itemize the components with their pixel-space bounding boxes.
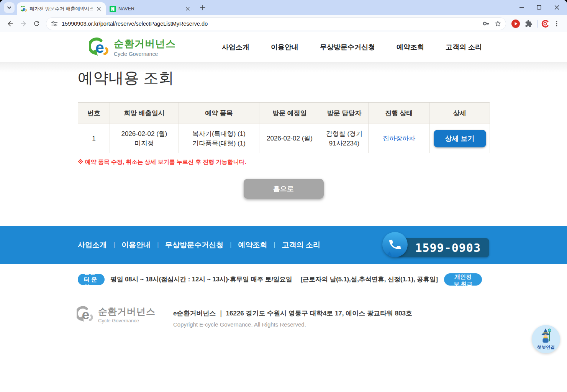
- callcenter-phone: 1599-0903: [380, 231, 489, 260]
- chatbot-label: 챗봇연결: [537, 345, 555, 350]
- footer-link-reservation-lookup[interactable]: 예약조회: [238, 240, 267, 250]
- password-manager-button[interactable]: [480, 18, 492, 29]
- footer-link-usage-guide[interactable]: 이용안내: [121, 240, 151, 250]
- footer-link-separator: |: [230, 242, 231, 248]
- bookmark-button[interactable]: [492, 18, 503, 29]
- row-detail: 상세 보기: [430, 124, 490, 153]
- footer-link-band: 사업소개 | 이용안내 | 무상방문수거신청 | 예약조회 | 고객의 소리 1…: [0, 226, 567, 264]
- detail-view-button[interactable]: 상세 보기: [434, 130, 486, 147]
- status-badge: 집하장하차: [383, 134, 415, 143]
- nav-business-intro[interactable]: 사업소개: [222, 42, 249, 52]
- three-dot-menu-icon: [553, 20, 560, 27]
- row-status: 집하장하차: [369, 124, 430, 153]
- row-items: 복사기(특대형) (1) 기타품목(대형) (1): [179, 124, 259, 153]
- forward-arrow-icon: [20, 20, 27, 28]
- col-header-hope-date: 희망 배출일시: [110, 103, 179, 124]
- svg-text:e: e: [95, 39, 104, 56]
- col-header-status: 진행 상태: [369, 103, 430, 124]
- naver-favicon: [110, 6, 116, 12]
- col-header-visit-date: 방문 예정일: [259, 103, 320, 124]
- copyright-text: Copyright E-cycle Governance. All Rights…: [173, 321, 412, 328]
- row-no: 1: [78, 124, 110, 153]
- extensions-button[interactable]: [522, 17, 535, 30]
- play-circle-icon: [511, 19, 520, 28]
- callcenter-hours: 평일 08시 ~ 18시(점심시간 : 12시 ~ 13시)·휴무일 매주 토/…: [111, 275, 292, 284]
- reload-icon: [33, 20, 40, 27]
- svg-text:e: e: [82, 307, 89, 322]
- chatbot-button[interactable]: 챗봇연결: [532, 325, 560, 353]
- reservation-table: 번호 희망 배출일시 예약 품목 방문 예정일 방문 담당자 진행 상태 상세 …: [78, 102, 490, 153]
- puzzle-icon: [525, 20, 533, 28]
- site-footer: 콜센터 운영 평일 08시 ~ 18시(점심시간 : 12시 ~ 13시)·휴무…: [0, 264, 567, 392]
- row-hope-date: 2026-02-02 (월) 미지정: [110, 124, 179, 153]
- url-bar[interactable]: 15990903.or.kr/portal/reserve/selectPage…: [46, 17, 506, 30]
- footer-link-free-pickup[interactable]: 무상방문수거신청: [165, 240, 223, 250]
- footer-link-separator: |: [157, 242, 159, 248]
- e-cycle-logo-icon: e: [89, 37, 111, 57]
- nav-usage-guide[interactable]: 이용안내: [271, 42, 298, 52]
- browser-toolbar: 15990903.or.kr/portal/reserve/selectPage…: [0, 15, 567, 32]
- phone-number: 1599-0903: [397, 238, 489, 257]
- tab-close-icon[interactable]: [95, 6, 102, 12]
- back-arrow-icon: [7, 20, 14, 28]
- item-line1: 복사기(특대형) (1): [192, 129, 246, 139]
- company-address: e순환거버넌스 ｜ 16226 경기도 수원시 영통구 대학4로 17, 에이스…: [173, 309, 412, 318]
- row-visit-date: 2026-02-02 (월): [259, 124, 320, 153]
- nav-customer-voice[interactable]: 고객의 소리: [446, 42, 482, 52]
- back-button[interactable]: [4, 17, 17, 30]
- profile-avatar[interactable]: [540, 19, 550, 29]
- chatbot-wizard-icon: [539, 328, 553, 344]
- reload-button[interactable]: [30, 17, 43, 30]
- tab-title: 폐가전 방문수거 배출예약시스: [29, 6, 93, 12]
- plus-icon: [200, 5, 205, 10]
- main-content: 예약내용 조회 번호 희망 배출일시 예약 품목 방문 예정일 방문 담당자 진…: [0, 62, 567, 226]
- profile-c-icon: [540, 19, 550, 29]
- close-window-button[interactable]: [548, 0, 565, 15]
- row-manager: 김형철 (경기 91사2234): [320, 124, 369, 153]
- privacy-policy-button[interactable]: 개인정보 취급방침: [444, 273, 482, 286]
- footer-link-business-intro[interactable]: 사업소개: [78, 240, 107, 250]
- callcenter-holidays: [근로자의 날(5.1),설,추석연휴, 신정(1.1), 공휴일]: [301, 275, 438, 284]
- url-text[interactable]: 15990903.or.kr/portal/reserve/selectPage…: [62, 21, 480, 27]
- chevron-down-icon: [7, 5, 12, 10]
- callcenter-info-row: 콜센터 운영 평일 08시 ~ 18시(점심시간 : 12시 ~ 13시)·휴무…: [0, 264, 567, 286]
- site-settings-icon[interactable]: [51, 20, 58, 27]
- toolbar-divider: [538, 20, 538, 28]
- footer-bottom: e 순환거버넌스 Cycle Governance e순환거버넌스 ｜ 1622…: [0, 295, 567, 328]
- browser-menu-button[interactable]: [550, 17, 563, 30]
- nav-reservation-lookup[interactable]: 예약조회: [397, 42, 424, 52]
- video-extension-button[interactable]: [509, 17, 522, 30]
- footer-logo: e 순환거버넌스 Cycle Governance: [77, 305, 156, 323]
- phone-icon: [380, 231, 410, 260]
- forward-button[interactable]: [17, 17, 30, 30]
- footer-logo-text: 순환거버넌스: [98, 305, 156, 318]
- key-icon: [483, 20, 490, 27]
- e-cycle-favicon: e: [21, 6, 27, 12]
- nav-free-pickup-request[interactable]: 무상방문수거신청: [320, 42, 375, 52]
- site-header: e 순환거버넌스 Cycle Governance 사업소개 이용안내 무상방문…: [0, 32, 567, 62]
- col-header-detail: 상세: [430, 103, 490, 124]
- main-navigation: 사업소개 이용안내 무상방문수거신청 예약조회 고객의 소리: [222, 42, 482, 52]
- footer-link-separator: |: [274, 242, 275, 248]
- home-button[interactable]: 홈으로: [244, 179, 324, 199]
- tab-naver[interactable]: NAVER: [106, 2, 195, 15]
- footer-link-customer-voice[interactable]: 고객의 소리: [282, 240, 320, 250]
- maximize-button[interactable]: [530, 0, 548, 15]
- logo-subtext: Cycle Governance: [114, 51, 176, 57]
- tab-reservation-system[interactable]: e 폐가전 방문수거 배출예약시스: [17, 2, 106, 15]
- window-controls: [513, 0, 565, 15]
- minimize-button[interactable]: [513, 0, 530, 15]
- hope-date-line2: 미지정: [134, 139, 154, 148]
- new-tab-button[interactable]: [198, 3, 208, 13]
- footer-logo-subtext: Cycle Governance: [98, 318, 156, 323]
- e-cycle-logo-gray-icon: e: [77, 305, 95, 323]
- tab-title: NAVER: [118, 6, 182, 11]
- site-logo[interactable]: e 순환거버넌스 Cycle Governance: [89, 37, 176, 57]
- browser-window: e 폐가전 방문수거 배출예약시스 NAVER: [0, 0, 567, 392]
- tab-search-button[interactable]: [4, 2, 15, 13]
- star-icon: [494, 20, 501, 27]
- page-title: 예약내용 조회: [78, 69, 567, 87]
- col-header-no: 번호: [78, 103, 110, 124]
- footer-link-separator: |: [113, 242, 115, 248]
- tab-close-icon[interactable]: [184, 6, 191, 12]
